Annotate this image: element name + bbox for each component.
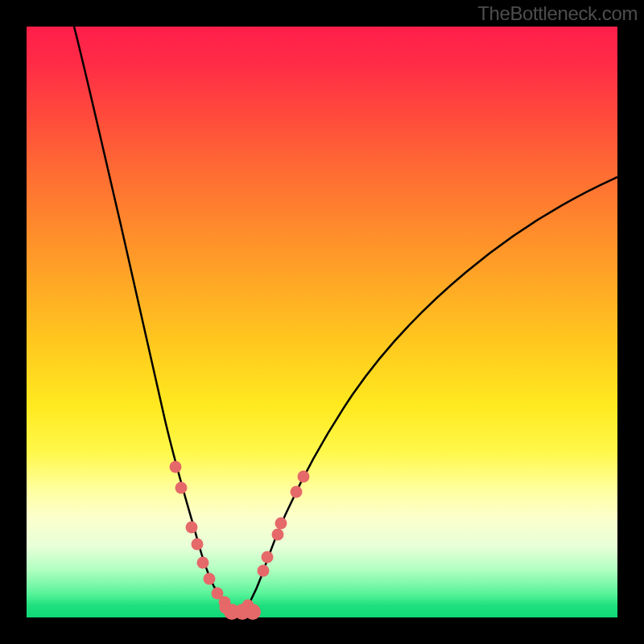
curves-svg	[27, 27, 617, 617]
plot-area	[27, 27, 617, 617]
right-curve	[242, 177, 617, 614]
chart-frame: TheBottleneck.com	[0, 0, 644, 644]
left-curve	[74, 27, 242, 614]
watermark-text: TheBottleneck.com	[477, 2, 638, 25]
